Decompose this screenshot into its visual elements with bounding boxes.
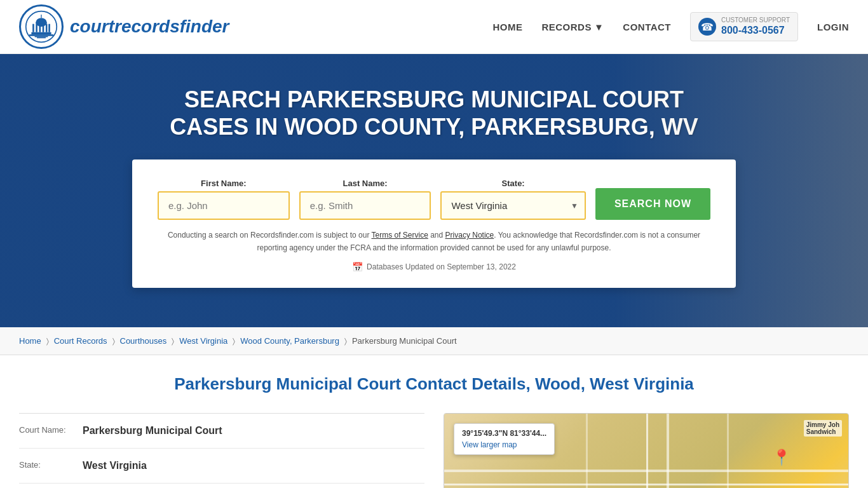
tos-link[interactable]: Terms of Service — [372, 231, 428, 240]
state-value: West Virginia — [83, 460, 147, 471]
court-name-label: Court Name: — [19, 425, 76, 435]
logo-text[interactable]: courtrecordsfinder — [70, 17, 229, 37]
nav-records[interactable]: RECORDS ▼ — [541, 22, 604, 32]
nav-contact[interactable]: CONTACT — [623, 22, 671, 32]
map-area: Jimmy JohSandwich 📍 Wood CountyCourthous… — [444, 413, 849, 488]
svg-rect-12 — [37, 37, 46, 38]
page-title: Parkersburg Municipal Court Contact Deta… — [19, 374, 849, 394]
svg-rect-2 — [36, 22, 46, 24]
search-card: First Name: Last Name: State: AlabamaAla… — [132, 159, 736, 287]
hero-section: SEARCH PARKERSBURG MUNICIPAL COURT CASES… — [0, 54, 868, 327]
map-pin-icon: 📍 — [772, 449, 791, 466]
state-select[interactable]: AlabamaAlaskaArizonaArkansasCaliforniaCo… — [440, 191, 585, 220]
first-name-group: First Name: — [158, 179, 290, 220]
breadcrumb-wood-county[interactable]: Wood County, Parkersburg — [240, 336, 339, 346]
phone-icon: ☎ — [698, 18, 716, 36]
svg-rect-3 — [32, 24, 34, 32]
main-nav: HOME RECORDS ▼ CONTACT ☎ CUSTOMER SUPPOR… — [492, 12, 849, 41]
breadcrumb-sep-3: 〉 — [172, 337, 174, 346]
map-tooltip: 39°15'49.3"N 81°33'44... View larger map — [454, 423, 555, 455]
breadcrumb-home[interactable]: Home — [19, 336, 41, 346]
state-label-field: State: — [19, 460, 76, 470]
main-content: Parkersburg Municipal Court Contact Deta… — [0, 355, 868, 488]
support-text: CUSTOMER SUPPORT 800-433-0567 — [721, 17, 790, 36]
svg-rect-11 — [35, 36, 48, 37]
last-name-group: Last Name: — [299, 179, 431, 220]
breadcrumb-sep-4: 〉 — [233, 337, 235, 346]
privacy-link[interactable]: Privacy Notice — [445, 231, 494, 240]
svg-rect-7 — [46, 24, 48, 32]
logo-icon[interactable] — [19, 4, 64, 49]
court-details: Court Name: Parkersburg Municipal Court … — [19, 413, 424, 488]
last-name-input[interactable] — [299, 191, 431, 220]
search-fields: First Name: Last Name: State: AlabamaAla… — [158, 179, 710, 220]
nav-login[interactable]: LOGIN — [817, 22, 849, 32]
svg-rect-9 — [31, 32, 51, 34]
breadcrumb-courthouses[interactable]: Courthouses — [120, 336, 167, 346]
logo-area: courtrecordsfinder — [19, 4, 492, 49]
detail-row-name: Court Name: Parkersburg Municipal Court — [19, 414, 424, 449]
breadcrumb-sep-2: 〉 — [112, 337, 115, 346]
svg-rect-10 — [29, 34, 53, 36]
svg-rect-4 — [36, 24, 37, 32]
breadcrumb-current: Parkersburg Municipal Court — [352, 336, 457, 346]
svg-rect-5 — [39, 24, 41, 32]
state-select-wrapper: AlabamaAlaskaArizonaArkansasCaliforniaCo… — [440, 191, 585, 220]
breadcrumb-sep-5: 〉 — [344, 337, 347, 346]
first-name-input[interactable] — [158, 191, 290, 220]
nav-home[interactable]: HOME — [492, 22, 522, 32]
breadcrumb-court-records[interactable]: Court Records — [54, 336, 107, 346]
map-coords: 39°15'49.3"N 81°33'44... — [462, 429, 546, 438]
breadcrumb-west-virginia[interactable]: West Virginia — [179, 336, 227, 346]
map-placeholder[interactable]: Jimmy JohSandwich 📍 Wood CountyCourthous… — [444, 414, 848, 488]
site-header: courtrecordsfinder HOME RECORDS ▼ CONTAC… — [0, 0, 868, 54]
state-label: State: — [440, 179, 585, 188]
breadcrumb: Home 〉 Court Records 〉 Courthouses 〉 Wes… — [0, 327, 868, 355]
first-name-label: First Name: — [158, 179, 290, 188]
state-group: State: AlabamaAlaskaArizonaArkansasCalif… — [440, 179, 585, 220]
map-view-larger[interactable]: View larger map — [462, 440, 517, 449]
breadcrumb-sep-1: 〉 — [46, 337, 49, 346]
db-update: 📅 Databases Updated on September 13, 202… — [158, 262, 710, 272]
calendar-icon: 📅 — [352, 262, 363, 272]
svg-rect-8 — [48, 24, 50, 32]
content-grid: Court Name: Parkersburg Municipal Court … — [19, 413, 849, 488]
detail-row-state: State: West Virginia — [19, 449, 424, 484]
map-jj-label: Jimmy JohSandwich — [804, 420, 842, 437]
support-box: ☎ CUSTOMER SUPPORT 800-433-0567 — [690, 12, 798, 41]
hero-title: SEARCH PARKERSBURG MUNICIPAL COURT CASES… — [148, 86, 720, 140]
court-name-value: Parkersburg Municipal Court — [83, 425, 222, 437]
search-button[interactable]: SEARCH NOW — [595, 188, 710, 220]
chevron-down-icon: ▼ — [594, 22, 604, 32]
svg-rect-6 — [43, 24, 44, 32]
svg-point-1 — [36, 18, 46, 27]
disclaimer-text: Conducting a search on Recordsfinder.com… — [158, 229, 710, 254]
last-name-label: Last Name: — [299, 179, 431, 188]
